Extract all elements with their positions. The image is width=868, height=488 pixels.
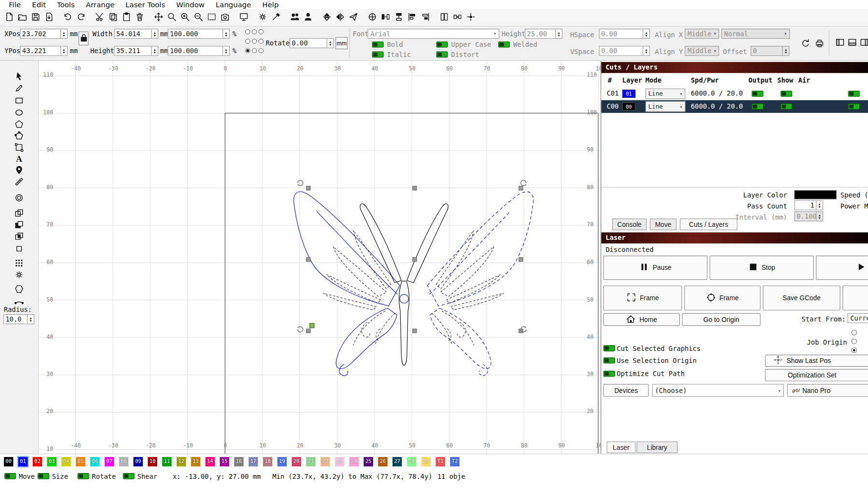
- layer-show-toggle[interactable]: [781, 91, 792, 97]
- stop-button[interactable]: Stop: [710, 256, 814, 280]
- tool-button[interactable]: [12, 95, 26, 107]
- offset-spinner[interactable]: ▲▼: [782, 46, 789, 55]
- palette-color[interactable]: 04: [61, 457, 70, 466]
- home-button[interactable]: Home: [603, 313, 680, 326]
- align-y-select[interactable]: Middle▾: [685, 46, 719, 56]
- tool-button[interactable]: [12, 284, 26, 296]
- ypos-spinner[interactable]: ▲▼: [60, 46, 67, 55]
- rotate-handle-icon[interactable]: [296, 178, 304, 186]
- interval-input[interactable]: 0.100▲▼: [794, 211, 823, 222]
- toolbar-button[interactable]: [29, 11, 42, 25]
- menu-item[interactable]: Language: [210, 0, 257, 9]
- toolbar-button[interactable]: [405, 11, 419, 25]
- tool-button[interactable]: [12, 71, 26, 83]
- palette-color[interactable]: 16: [234, 457, 243, 466]
- palette-color[interactable]: 15: [220, 457, 229, 466]
- toolbar-button[interactable]: [2, 11, 16, 25]
- anchor-top-center[interactable]: [252, 29, 257, 34]
- width-percent-input[interactable]: 100.000▲▼: [168, 29, 229, 39]
- width-input[interactable]: 54.014▲▼: [114, 29, 158, 39]
- device-choose-select[interactable]: (Choose)▾: [652, 384, 784, 397]
- toolbar-button[interactable]: [392, 11, 406, 25]
- tool-button[interactable]: [12, 107, 26, 119]
- height-percent-input[interactable]: 100.000▲▼: [168, 46, 229, 56]
- palette-color[interactable]: 24: [350, 457, 359, 466]
- toolbar-button[interactable]: [301, 11, 315, 25]
- unit-toggle-button[interactable]: mm: [336, 37, 348, 49]
- layer-output-toggle[interactable]: [752, 103, 763, 110]
- toolbar-button[interactable]: [437, 11, 451, 25]
- vspace-input[interactable]: 0.00▲▼: [599, 46, 650, 56]
- selection-handle-mid-right[interactable]: [518, 257, 523, 262]
- font-height-input[interactable]: 25.00▲▼: [525, 29, 562, 39]
- palette-color[interactable]: 03: [47, 457, 56, 466]
- palette-color[interactable]: 06: [90, 457, 99, 466]
- pass-count-spinner[interactable]: ▲▼: [816, 201, 823, 209]
- anchor-bottom-right[interactable]: [258, 48, 263, 53]
- palette-color[interactable]: 29: [421, 457, 431, 466]
- palette-color[interactable]: 25: [364, 457, 373, 466]
- palette-color[interactable]: 21: [306, 457, 315, 466]
- tool-button[interactable]: [12, 142, 26, 154]
- pass-count-input[interactable]: 1▲▼: [794, 200, 823, 210]
- optimize-cut-path-toggle[interactable]: [603, 371, 615, 377]
- palette-color[interactable]: 27: [392, 457, 402, 466]
- rotate-spinner[interactable]: ▲▼: [327, 39, 334, 47]
- tab-library[interactable]: Library: [637, 442, 678, 453]
- size-toggle[interactable]: [38, 473, 49, 479]
- save-gcode-button[interactable]: Save GCode: [763, 285, 840, 310]
- palette-color[interactable]: 10: [148, 457, 157, 466]
- layer-air-toggle[interactable]: [848, 103, 860, 110]
- tool-button[interactable]: [12, 165, 26, 177]
- anchor-top-left[interactable]: [245, 29, 250, 34]
- refresh-button[interactable]: [799, 38, 812, 50]
- optimization-settings-button[interactable]: Optimization Set: [765, 369, 868, 381]
- selection-handle-mid-left[interactable]: [306, 257, 310, 262]
- palette-color[interactable]: 13: [191, 457, 200, 466]
- tool-button[interactable]: A: [12, 154, 26, 166]
- cut-selected-toggle[interactable]: [603, 345, 615, 351]
- interval-spinner[interactable]: ▲▼: [816, 212, 823, 221]
- layer-output-toggle[interactable]: [752, 91, 763, 97]
- palette-color[interactable]: 14: [205, 457, 214, 466]
- palette-color[interactable]: 19: [277, 457, 286, 466]
- align-x-select[interactable]: Middle▾: [685, 29, 719, 39]
- palette-color[interactable]: 12: [177, 457, 186, 466]
- layer-color-swatch-large[interactable]: [794, 190, 836, 199]
- toolbar-button[interactable]: [419, 11, 432, 25]
- toolbar-button[interactable]: [378, 11, 392, 25]
- lock-aspect-button[interactable]: [79, 31, 89, 45]
- palette-color[interactable]: 22: [321, 457, 330, 466]
- toolbar-button[interactable]: [178, 11, 192, 25]
- palette-color[interactable]: 02: [33, 457, 42, 466]
- layer-row[interactable]: C00 00 Line▾ 6000.0 / 20.0: [601, 100, 868, 112]
- menu-item[interactable]: Laser Tools: [120, 0, 171, 9]
- go-to-origin-button[interactable]: Go to Origin: [682, 313, 761, 326]
- toolbar-button[interactable]: [106, 11, 120, 25]
- radius-spinner[interactable]: ▲▼: [27, 315, 34, 323]
- rotate-input[interactable]: 0.00▲▼: [290, 38, 334, 48]
- hspace-spinner[interactable]: ▲▼: [643, 29, 649, 38]
- toolbar-button[interactable]: [256, 11, 269, 25]
- toolbar-button[interactable]: [237, 11, 251, 25]
- tool-button[interactable]: [12, 243, 26, 255]
- ypos-input[interactable]: 43.221▲▼: [20, 46, 68, 56]
- palette-color[interactable]: 09: [133, 457, 142, 466]
- upper-case-toggle[interactable]: [436, 42, 448, 48]
- palette-color[interactable]: T1: [435, 457, 445, 466]
- tool-button[interactable]: [12, 258, 26, 270]
- palette-color[interactable]: 17: [249, 457, 258, 466]
- dock-right-button[interactable]: [858, 37, 868, 49]
- toolbar-button[interactable]: [464, 11, 477, 25]
- anchor-top-right[interactable]: [258, 29, 263, 34]
- selection-handle-center[interactable]: [412, 257, 417, 262]
- menu-item[interactable]: Tools: [52, 0, 81, 9]
- devices-button[interactable]: Devices: [603, 384, 649, 397]
- toolbar-button[interactable]: [42, 11, 56, 25]
- toolbar-button[interactable]: [133, 11, 146, 25]
- butterfly-drawing[interactable]: [39, 61, 601, 454]
- palette-color[interactable]: 18: [263, 457, 272, 466]
- palette-color[interactable]: 11: [162, 457, 171, 466]
- palette-color[interactable]: 05: [76, 457, 85, 466]
- palette-color[interactable]: T2: [450, 457, 459, 466]
